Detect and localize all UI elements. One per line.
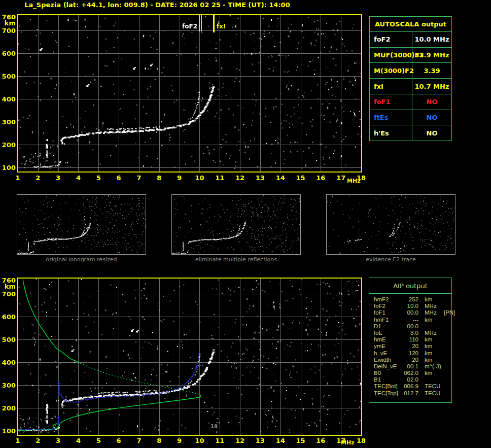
aip-unit: MHz [418,309,442,316]
window-title: La_Spezia (lat: +44.1, lon: 009.8) - DAT… [0,1,314,9]
y-tick-label: 100 [1,164,16,171]
y-tick-label: 700 [1,27,16,35]
autoscala-row-label: fxI [370,79,412,94]
aip-label: foF2 [374,303,402,309]
autoscala-row: foF1NO [370,94,451,110]
aip-label: TEC[Top] [374,390,402,397]
x-tick-label: 7 [131,174,147,182]
x-tick-label: 3 [51,437,66,444]
autoscala-row: MUF(3000)F233.9 MHz [370,48,451,63]
aip-val: 120 [402,350,418,357]
aip-unit: km [418,296,442,303]
aip-label: hmF2 [374,296,402,303]
thumbnail-original-canvas [17,195,146,254]
x-tick-label: 14 [273,437,288,444]
y-tick-label: 400 [1,359,16,366]
y-tick-label: 700 [1,290,16,298]
autoscala-row-value: NO [412,110,451,125]
aip-row: TEC[Bot]006.9TECU [374,383,451,390]
x-tick-label: 1 [10,174,25,182]
aip-row: h_vE120km [374,350,451,357]
autoscala-row-value: NO [412,94,451,110]
aip-val: 10.0 [402,303,418,309]
x-tick-label: 4 [71,437,86,444]
aip-val: 00.0 [402,309,418,316]
leftover-axis-label: 18 [211,424,218,429]
aip-label: hmF1 [374,317,402,323]
aip-unit [418,376,442,383]
bottom-plot-y-unit: km [1,283,16,290]
aip-extra [442,330,451,336]
aip-label: B1 [374,376,402,383]
autoscala-row-label: foF2 [370,32,412,47]
aip-row: ymE20km [374,343,451,350]
thumbnail-evidence-canvas [327,195,455,254]
thumbnail-caption-original: original ionogram resized [17,256,146,263]
thumbnail-eliminate-reflections [171,194,301,255]
aip-label: TEC[Bot] [374,383,402,390]
aip-val: 00.0 [402,323,418,330]
x-tick-label: 1 [10,437,25,444]
autoscala-row-value: NO [412,125,451,141]
x-tick-label: 8 [152,437,167,444]
aip-row: hmF2252km [374,296,451,303]
thumbnail-caption-evidence: evidence F2 trace [326,256,455,263]
x-tick-label: 13 [253,437,268,444]
aip-row: B0062.0km [374,370,451,376]
fxi-marker-label: fxI [217,23,225,30]
aip-val: 062.0 [402,370,418,376]
y-tick-label: 300 [1,118,16,126]
aip-label: foE [374,330,402,336]
x-tick-label: 9 [172,437,187,444]
aip-label: h_vE [374,350,402,357]
x-tick-label: 3 [51,174,66,182]
top-ionogram-canvas [18,15,361,171]
y-tick-label: 500 [1,336,16,343]
autoscala-table-rows: foF210.0 MHzMUF(3000)F233.9 MHzM(3000)F2… [370,32,451,141]
aip-val: 00.1 [402,363,418,370]
y-tick-label: 300 [1,382,16,389]
autoscala-row-label: M(3000)F2 [370,63,412,78]
aip-val: 012.7 [402,390,418,397]
aip-row: foE3.0MHz [374,330,451,336]
aip-row: B102.0 [374,376,451,383]
x-tick-label: 15 [293,174,308,182]
x-tick-label: 14 [273,174,288,182]
autoscala-row: M(3000)F23.39 [370,63,451,79]
aip-extra [442,350,451,357]
y-tick-label: 200 [1,404,16,412]
aip-unit: TECU [418,383,442,390]
x-tick-label: 2 [30,174,46,182]
aip-extra [442,336,451,343]
thumbnail-evidence-f2 [326,194,455,255]
x-tick-label: 10 [192,174,207,182]
autoscala-row-value: 10.0 MHz [412,32,451,47]
x-tick-label: 8 [152,174,167,182]
x-tick-label: 12 [232,174,248,182]
x-tick-label: 17 [333,174,348,182]
aip-extra [442,383,451,390]
aip-label: ymE [374,343,402,350]
aip-table-rows: hmF2252kmfoF210.0MHzfoF100.0MHz[PN]hmF1-… [369,294,451,397]
x-tick-label: 5 [91,437,106,444]
aip-unit: km [418,336,442,343]
x-tick-label: 6 [111,437,126,444]
aip-val: 252 [402,296,418,303]
aip-unit [418,323,442,330]
aip-unit: TECU [418,390,442,397]
autoscala-row-value: 3.39 [412,63,451,78]
aip-extra [442,376,451,383]
aip-extra [442,296,451,303]
aip-val: 110 [402,336,418,343]
top-plot-y-unit: km [1,19,16,27]
aip-unit: km [418,357,442,363]
autoscala-row: ftEsNO [370,110,451,126]
aip-row: DelN_vE00.1m^(-3) [374,363,451,370]
autoscala-row-label: foF1 [370,94,412,110]
aip-extra [442,363,451,370]
x-tick-label: 2 [30,437,46,444]
aip-val: 02.0 [402,376,418,383]
aip-label: B0 [374,370,402,376]
aip-unit: km [418,370,442,376]
x-tick-label: 16 [313,174,328,182]
